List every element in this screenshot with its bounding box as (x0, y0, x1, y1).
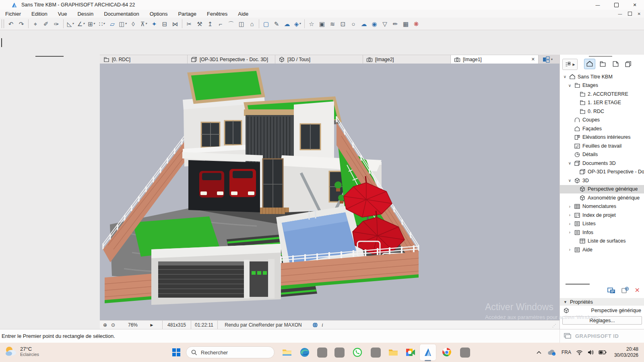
tree-item-index-de-projet[interactable]: › Index de projet (560, 211, 644, 220)
tree-item-op3d1-perspective[interactable]: OP-3D1 Perspective - Doc. 3D (560, 168, 644, 177)
wifi-icon[interactable] (574, 350, 585, 355)
menu-fenetres[interactable]: Fenêtres (202, 10, 233, 18)
cloud-sync-icon[interactable]: ☁ (359, 19, 369, 29)
mdi-close-icon[interactable]: ✕ (638, 12, 641, 16)
taskbar-app-whatsapp[interactable] (349, 344, 365, 360)
taskbar-app-gray-3[interactable] (367, 344, 384, 360)
zoom-level[interactable]: 76% (123, 321, 142, 329)
mdi-restore-icon[interactable] (628, 12, 632, 16)
caret-expanded-icon[interactable]: ∨ (563, 74, 567, 79)
maximize-icon[interactable] (607, 0, 625, 10)
tree-item-feuilles-de-travail[interactable]: Feuilles de travail (560, 142, 644, 150)
tray-chevron-up-icon[interactable] (533, 351, 545, 354)
marquee-icon[interactable]: ▢ (261, 19, 271, 29)
tree-item-details[interactable]: Détails (560, 150, 644, 159)
camera-cloud-icon[interactable]: ◉ (369, 19, 380, 29)
tree-item-listes[interactable]: › Listes (560, 220, 644, 228)
show-image-icon[interactable]: ▣ (317, 19, 327, 29)
properties-header[interactable]: ▼ Propriétés (560, 298, 644, 306)
taskbar-app-gray-1[interactable] (314, 344, 330, 360)
layer-combos-icon[interactable]: ≋ (327, 19, 338, 29)
menu-fichier[interactable]: Fichier (0, 10, 26, 18)
tab-image2[interactable]: [Image2] (363, 55, 451, 64)
caret-expanded-icon[interactable]: ∨ (568, 178, 572, 183)
set-square-icon[interactable]: ◺▾ (65, 19, 76, 29)
favorites-icon[interactable]: ☆ (306, 19, 317, 29)
menu-documentation[interactable]: Documentation (99, 10, 144, 18)
tree-item-documents-3d[interactable]: ∨ Documents 3D (560, 159, 644, 168)
tab-image1[interactable]: [Image1] ✕ (451, 55, 539, 64)
annotate-icon[interactable]: ✎ (271, 19, 282, 29)
info-icon[interactable]: i (320, 321, 324, 329)
tab-0-rdc[interactable]: [0. RDC] (100, 55, 188, 64)
navigator-handle[interactable] (589, 56, 612, 57)
fill-paint-icon[interactable]: ▽ (380, 19, 390, 29)
pan-arrow-icon[interactable]: ▶ (149, 321, 155, 329)
view-settings-icon[interactable] (607, 287, 615, 294)
brush-icon[interactable]: ✏ (390, 19, 400, 29)
minimize-icon[interactable]: — (588, 0, 607, 10)
tree-item-nomenclatures[interactable]: › Nomenclatures (560, 202, 644, 211)
properties-splitter[interactable] (566, 284, 590, 285)
taskbar-app-chrome[interactable] (439, 344, 455, 360)
measure-icon[interactable]: ⊟ (159, 19, 170, 29)
taskbar-app-google-meet[interactable] (402, 344, 419, 360)
caret-collapsed-icon[interactable]: › (568, 213, 572, 217)
tree-item-1er-etage[interactable]: 1. 1ER ETAGE (560, 99, 644, 107)
render-settings-icon[interactable]: ❋ (411, 19, 421, 29)
palette-handle[interactable] (35, 56, 64, 57)
menu-edition[interactable]: Edition (26, 10, 53, 18)
door-window-icon[interactable]: ◫ (236, 19, 247, 29)
caret-collapsed-icon[interactable]: › (568, 204, 572, 209)
inject-parameters-icon[interactable]: ✐ (41, 19, 51, 29)
split-icon[interactable]: ✂ (184, 19, 194, 29)
snap-plane-icon[interactable]: ▱ (107, 19, 118, 29)
pickup-parameters-icon[interactable]: ⌖ (30, 19, 41, 29)
coordinates-icon[interactable]: ⊞▾ (86, 19, 97, 29)
menu-aide[interactable]: Aide (233, 10, 254, 18)
mdi-minimize-icon[interactable]: — (618, 12, 622, 16)
delete-icon[interactable]: ✕ (635, 286, 640, 294)
tree-item-axonometrie-generique[interactable]: Axonométrie générique (560, 193, 644, 202)
layers-icon[interactable]: ◈▾ (292, 19, 303, 29)
taskbar-app-gray-2[interactable] (331, 344, 347, 360)
stretch-icon[interactable]: ⋈ (170, 19, 180, 29)
clock-widget[interactable]: 20:48 30/03/2026 (614, 346, 638, 358)
caret-collapsed-icon[interactable]: › (568, 222, 572, 226)
close-icon[interactable]: ✕ (625, 0, 644, 10)
project-chooser-button[interactable]: ▶ (562, 59, 578, 70)
battery-icon[interactable] (597, 350, 609, 355)
publisher-sets-button[interactable] (623, 59, 634, 69)
taskbar-app-archicad-active[interactable] (420, 344, 436, 360)
tree-item-rdc[interactable]: 0. RDC (560, 107, 644, 116)
menu-partage[interactable]: Partage (173, 10, 202, 18)
project-map-button[interactable] (584, 59, 595, 69)
tree-item-accroterre[interactable]: 2. ACCROTERRE (560, 90, 644, 99)
caret-collapsed-icon[interactable]: › (568, 230, 572, 234)
tree-item-liste-de-surfaces[interactable]: Liste de surfaces (560, 237, 644, 246)
virtual-trace-icon[interactable]: ◫▾ (118, 19, 128, 29)
taskbar-app-file-explorer[interactable] (279, 344, 295, 360)
caret-expanded-icon[interactable]: ∨ (568, 161, 572, 165)
render-viewport[interactable] (100, 64, 559, 320)
view-map-button[interactable] (597, 59, 608, 69)
start-button[interactable] (172, 348, 181, 358)
volume-icon[interactable] (585, 350, 597, 355)
fillet-icon[interactable]: ⌒ (226, 19, 236, 29)
roof-tool-icon[interactable]: ⌂ (247, 19, 257, 29)
tree-item-infos[interactable]: › Infos (560, 228, 644, 237)
corner-icon[interactable]: ⌐ (215, 19, 226, 29)
elevate-icon[interactable]: ↥ (205, 19, 215, 29)
lasso-icon[interactable]: ○ (348, 19, 359, 29)
language-indicator[interactable]: FRA (559, 350, 574, 355)
caret-collapsed-icon[interactable]: › (568, 247, 572, 252)
resize-grip[interactable]: ⋰ (552, 323, 556, 328)
tab-overview-button[interactable]: ▾ (543, 55, 553, 64)
cloud-save-icon[interactable]: ☁ (282, 19, 292, 29)
taskbar-app-folder[interactable] (385, 344, 401, 360)
tree-item-perspective-generique[interactable]: Perspective générique (560, 185, 644, 194)
toolbar-grip[interactable] (2, 19, 4, 28)
tree-item-project-root[interactable]: ∨ Sans Titre KBM (560, 72, 644, 81)
search-input[interactable]: Rechercher (186, 346, 275, 358)
transfer-icon[interactable]: ⊡ (338, 19, 348, 29)
